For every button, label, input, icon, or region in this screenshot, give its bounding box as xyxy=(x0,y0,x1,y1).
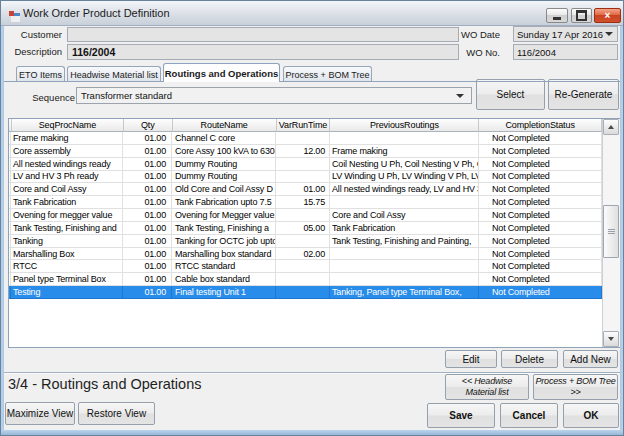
grid-cell xyxy=(330,260,479,272)
scroll-down-button[interactable] xyxy=(603,331,619,347)
grid-row[interactable]: Marshalling Box01.00Marshalling box stan… xyxy=(9,248,602,261)
delete-button[interactable]: Delete xyxy=(501,350,558,368)
grid-cell: Cable box standard xyxy=(172,273,276,285)
grid-row[interactable]: RTCC01.00RTCC standardNot Completed xyxy=(9,260,602,273)
grid-cell: Tanking for OCTC job upto xyxy=(172,235,276,247)
grid-cell: Not Completed xyxy=(479,196,602,208)
grid-cell: 01.00 xyxy=(276,183,330,195)
wo-date-label: WO Date xyxy=(448,29,500,40)
customer-field[interactable] xyxy=(67,27,459,42)
grid-header-cell[interactable]: PreviousRoutings xyxy=(330,119,479,132)
grid-cell: 01.00 xyxy=(123,158,172,170)
grid-cell: 01.00 xyxy=(123,248,172,260)
grid-cell: Not Completed xyxy=(479,273,602,285)
sequence-dropdown-arrow-icon xyxy=(456,94,464,98)
grid-cell: Tank Testing, Finishing and Painting, xyxy=(330,235,479,247)
grid-row[interactable]: Ovening for megger value01.00Ovening for… xyxy=(9,209,602,222)
grid-cell: 05.00 xyxy=(276,222,330,234)
wo-date-combobox[interactable]: Sunday 17 Apr 2016 xyxy=(513,26,618,42)
tab-process-bom-tree[interactable]: Process + BOM Tree xyxy=(283,66,372,82)
window-title: Work Order Product Definition xyxy=(23,7,170,19)
sequence-combobox[interactable]: Transformer standard xyxy=(76,87,472,104)
grid-cell: Ovening for Megger value xyxy=(172,209,276,221)
grid-cell: Frame making xyxy=(330,145,479,157)
add-new-button[interactable]: Add New xyxy=(563,350,618,368)
grid-cell: 01.00 xyxy=(123,145,172,157)
grid-cell: Tank Testing, Finishing and xyxy=(11,222,123,234)
grid-row[interactable]: Tank Testing, Finishing and01.00Tank Tes… xyxy=(9,222,602,235)
grid-header-cell[interactable]: CompletionStatus xyxy=(479,119,602,132)
select-button[interactable]: Select xyxy=(476,79,545,110)
grid-row[interactable]: Panel type Terminal Box01.00Cable box st… xyxy=(9,273,602,286)
process-bom-tree-button[interactable]: Process + BOM Tree>> xyxy=(533,374,618,400)
grid-header-cell[interactable]: SeqProcName xyxy=(12,119,124,132)
footer-divider xyxy=(4,372,620,373)
grid-cell: Frame making xyxy=(11,132,123,144)
vertical-scrollbar[interactable] xyxy=(602,119,620,347)
ok-button[interactable]: OK xyxy=(563,403,619,428)
tab-headwise-material-list[interactable]: Headwise Material list xyxy=(67,66,161,82)
restore-view-button[interactable]: Restore View xyxy=(78,402,155,425)
grid-row[interactable]: All nested windings ready01.00Dummy Rout… xyxy=(9,158,602,171)
regenerate-button[interactable]: Re-Generate xyxy=(548,79,619,110)
scroll-up-icon xyxy=(608,125,614,129)
grid-cell: 01.00 xyxy=(123,209,172,221)
grid-cell: Core and Coil Assy xyxy=(11,183,123,195)
grid-row[interactable]: Core and Coil Assy01.00Old Core and Coil… xyxy=(9,183,602,196)
grid-row[interactable]: Tank Fabrication01.00Tank Fabrication up… xyxy=(9,196,602,209)
grid-cell: Testing xyxy=(11,286,123,298)
cancel-button[interactable]: Cancel xyxy=(500,403,558,428)
scrollbar-thumb[interactable] xyxy=(603,205,619,258)
grid-cell: Not Completed xyxy=(479,158,602,170)
grid-header-cell[interactable]: Qty xyxy=(124,119,173,132)
grid-row[interactable]: LV and HV 3 Ph ready01.00Dummy RoutingLV… xyxy=(9,171,602,184)
grid-row[interactable]: Tanking01.00Tanking for OCTC job uptoTan… xyxy=(9,235,602,248)
grid-header-cell[interactable]: VarRunTime xyxy=(277,119,331,132)
grid-header-cell[interactable]: RouteName xyxy=(173,119,277,132)
grid-cell: 12.00 xyxy=(276,145,330,157)
minimize-button[interactable] xyxy=(546,8,568,23)
grid-cell: Coil Nesting U Ph, Coil Nesting V Ph, Co… xyxy=(330,158,479,170)
grid-cell: Not Completed xyxy=(479,132,602,144)
grid-rows: Frame making01.00Channel C coreNot Compl… xyxy=(9,132,602,299)
grid-cell: LV Winding U Ph, LV Winding V Ph, LV xyxy=(330,171,479,183)
tab-routings-and-operations[interactable]: Routings and Operations xyxy=(163,63,280,82)
minimize-icon xyxy=(553,17,561,20)
grid-cell: Channel C core xyxy=(172,132,276,144)
grid-row[interactable]: Core assembly01.00Core Assy 100 kVA to 6… xyxy=(9,145,602,158)
wo-date-value: Sunday 17 Apr 2016 xyxy=(514,29,605,40)
description-field[interactable]: 116/2004 xyxy=(67,44,459,60)
tab-eto-items[interactable]: ETO Items xyxy=(16,66,65,82)
sequence-value: Transformer standard xyxy=(77,90,456,101)
grid-cell: Ovening for megger value xyxy=(11,209,123,221)
wo-no-label: WO No. xyxy=(448,47,500,58)
status-text: 3/4 - Routings and Operations xyxy=(8,376,201,392)
close-icon: × xyxy=(605,11,611,21)
maximize-view-button[interactable]: Maximize View xyxy=(5,402,75,425)
grid-cell: 01.00 xyxy=(123,260,172,272)
routings-grid: SeqProcNameQtyRouteNameVarRunTimePreviou… xyxy=(8,118,620,348)
headwise-material-list-button[interactable]: << HeadwiseMaterial list xyxy=(445,374,529,400)
app-icon xyxy=(9,8,20,19)
window-border-left xyxy=(0,26,4,430)
maximize-button[interactable] xyxy=(571,8,592,23)
grid-cell: Marshalling box standard xyxy=(172,248,276,260)
save-button[interactable]: Save xyxy=(427,403,495,428)
grid-cell: Tanking, Panel type Terminal Box, xyxy=(330,286,479,298)
grid-cell: Not Completed xyxy=(479,248,602,260)
grid-row[interactable]: Testing01.00Final testing Unit 1Tanking,… xyxy=(9,286,602,299)
grid-cell: 01.00 xyxy=(123,222,172,234)
grid-cell xyxy=(276,158,330,170)
grid-cell: 02.00 xyxy=(276,248,330,260)
grid-cell: Panel type Terminal Box xyxy=(11,273,123,285)
description-label: Description xyxy=(10,46,62,57)
grid-cell xyxy=(276,235,330,247)
grid-cell: All nested windings ready xyxy=(11,158,123,170)
close-button[interactable]: × xyxy=(594,8,621,23)
grid-cell: Not Completed xyxy=(479,209,602,221)
wo-no-field[interactable]: 116/2004 xyxy=(513,44,618,60)
grid-row[interactable]: Frame making01.00Channel C coreNot Compl… xyxy=(9,132,602,145)
scroll-up-button[interactable] xyxy=(603,119,619,135)
grid-cell xyxy=(276,260,330,272)
edit-button[interactable]: Edit xyxy=(445,350,497,368)
